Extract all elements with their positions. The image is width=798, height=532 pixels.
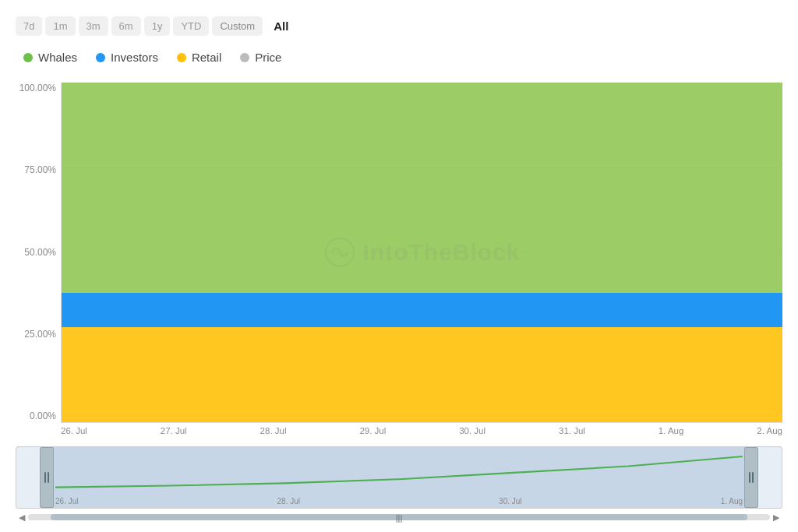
time-filter-bar: 7d1m3m6m1yYTDCustomAll — [16, 16, 782, 37]
legend-label-price: Price — [255, 51, 281, 64]
x-axis-label: 2. Aug — [757, 426, 782, 440]
nav-inner: 26. Jul28. Jul30. Jul1. Aug — [16, 447, 782, 508]
nav-label: 28. Jul — [277, 497, 300, 506]
nav-line-svg — [55, 455, 743, 495]
scrollbar-track[interactable]: ||| — [28, 514, 770, 520]
scroll-left-arrow[interactable]: ◀ — [16, 513, 28, 523]
y-axis-label: 100.00% — [16, 83, 61, 93]
x-axis-label: 29. Jul — [359, 426, 386, 440]
filter-btn-all[interactable]: All — [266, 16, 296, 37]
nav-left-handle[interactable] — [40, 447, 54, 508]
filter-btn-custom[interactable]: Custom — [212, 16, 263, 36]
nav-label: 1. Aug — [721, 497, 743, 506]
handle-bar — [44, 472, 46, 483]
scrollbar-thumb[interactable]: ||| — [51, 514, 748, 520]
scroll-center-handle: ||| — [396, 513, 403, 523]
chart-body: IntoTheBlock 26. Jul27. Jul28. Jul29. Ju… — [61, 83, 782, 440]
x-axis-label: 30. Jul — [459, 426, 486, 440]
legend-item-investors: Investors — [96, 51, 158, 64]
filter-btn-6m[interactable]: 6m — [111, 16, 141, 36]
legend-item-price: Price — [240, 51, 281, 64]
y-axis: 100.00%75.00%50.00%25.00%0.00% — [16, 83, 61, 440]
x-axis-label: 27. Jul — [161, 426, 187, 440]
bar-investors — [62, 293, 782, 327]
legend-label-investors: Investors — [111, 51, 158, 64]
x-axis-label: 31. Jul — [559, 426, 585, 440]
right-handle-bars — [749, 472, 754, 483]
y-axis-label: 75.00% — [16, 164, 61, 175]
y-axis-label: 0.00% — [16, 410, 61, 421]
main-chart: 100.00%75.00%50.00%25.00%0.00% IntoTheBl… — [16, 83, 782, 440]
main-container: 7d1m3m6m1yYTDCustomAll WhalesInvestorsRe… — [0, 0, 798, 532]
x-axis-label: 1. Aug — [659, 426, 684, 440]
chart-area: 100.00%75.00%50.00%25.00%0.00% IntoTheBl… — [16, 83, 782, 524]
legend-dot-retail — [177, 53, 186, 62]
chart-legend: WhalesInvestorsRetailPrice — [16, 51, 782, 64]
nav-label: 30. Jul — [499, 497, 521, 506]
filter-btn-1m[interactable]: 1m — [45, 16, 75, 36]
legend-label-retail: Retail — [192, 51, 221, 64]
filter-btn-1y[interactable]: 1y — [144, 16, 171, 36]
stacked-bar-chart: IntoTheBlock — [61, 83, 782, 423]
x-axis-label: 26. Jul — [61, 426, 87, 440]
x-axis-label: 28. Jul — [260, 426, 287, 440]
filter-btn-7d[interactable]: 7d — [16, 16, 42, 36]
bar-whales — [62, 83, 782, 293]
legend-dot-investors — [96, 53, 105, 62]
y-axis-label: 50.00% — [16, 247, 61, 258]
bar-retail — [62, 327, 782, 422]
legend-dot-whales — [23, 53, 33, 62]
scrollbar[interactable]: ◀ ||| ▶ — [16, 510, 782, 524]
legend-item-retail: Retail — [177, 51, 221, 64]
filter-btn-3m[interactable]: 3m — [79, 16, 108, 36]
nav-line-area — [55, 455, 743, 495]
y-axis-label: 25.00% — [16, 329, 61, 340]
nav-labels: 26. Jul28. Jul30. Jul1. Aug — [55, 497, 743, 506]
nav-label: 26. Jul — [55, 497, 78, 506]
chart-navigator[interactable]: 26. Jul28. Jul30. Jul1. Aug — [16, 446, 782, 509]
x-axis: 26. Jul27. Jul28. Jul29. Jul30. Jul31. J… — [61, 423, 782, 440]
scroll-right-arrow[interactable]: ▶ — [770, 513, 782, 523]
handle-bar — [749, 472, 750, 483]
nav-right-handle[interactable] — [744, 447, 758, 508]
handle-bar — [752, 472, 754, 483]
handle-bar — [48, 472, 49, 483]
filter-btn-ytd[interactable]: YTD — [173, 16, 209, 36]
left-handle-bars — [44, 472, 49, 483]
legend-label-whales: Whales — [38, 51, 77, 64]
legend-dot-price — [240, 53, 249, 62]
legend-item-whales: Whales — [23, 51, 77, 64]
